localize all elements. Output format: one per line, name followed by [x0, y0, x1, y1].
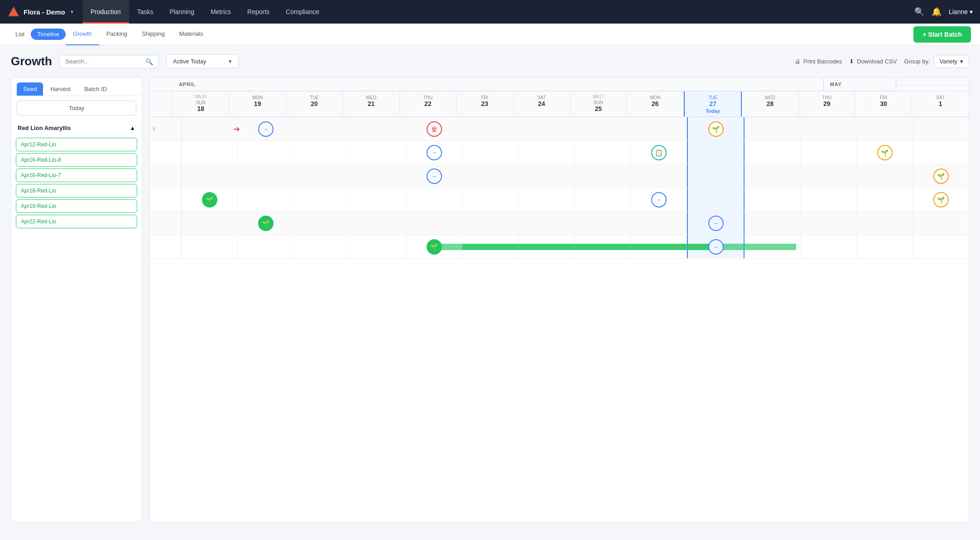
batch-item-apr16-8[interactable]: Apr16-Red-Lio-8 [16, 153, 137, 167]
tab-packing[interactable]: Packing [99, 24, 135, 45]
start-batch-button[interactable]: + Start Batch [913, 26, 971, 43]
event-delete-r1c4[interactable]: 🗑 [427, 121, 442, 137]
app-logo[interactable]: Flora - Demo ▾ [7, 5, 73, 18]
sidebar-tab-harvest[interactable]: Harvest [44, 82, 77, 96]
nav-reports[interactable]: Reports [239, 0, 278, 24]
nav-items: Production Tasks Planning Metrics Report… [82, 0, 914, 24]
cal-cell-r5c1: 🌱 [238, 212, 294, 235]
event-plant-orange-r4c13[interactable]: 🌱 [933, 192, 949, 207]
event-arrow-blue-r4c8[interactable]: → [651, 192, 667, 207]
event-arrow-blue-r6c9[interactable]: → [708, 239, 724, 255]
list-view-button[interactable]: List [9, 29, 31, 40]
cal-cell-r4c0: 🌱 [182, 188, 238, 211]
cal-cell-r3c2 [294, 164, 350, 188]
page-header: Growth 🔍 Active Today ▾ 🖨 Print Barcodes… [11, 54, 969, 68]
filter-dropdown[interactable]: Active Today ▾ [166, 54, 239, 68]
subnav-right: + Start Batch [913, 26, 971, 43]
search-icon: 🔍 [145, 58, 153, 65]
cal-cell-r5c10 [745, 212, 801, 235]
sidebar-tab-batch-id[interactable]: Batch ID [78, 82, 113, 96]
batch-item-apr22[interactable]: Apr22-Red-Lio [16, 215, 137, 228]
today-button[interactable]: Today [17, 101, 136, 116]
cal-cell-r6c11 [801, 235, 857, 258]
nav-compliance[interactable]: Compliance [278, 0, 327, 24]
group-name: Red Lion Amaryllis [18, 125, 71, 131]
cal-cell-r1c10 [745, 117, 801, 140]
cal-cell-r6c1 [238, 235, 294, 258]
search-icon-button[interactable]: 🔍 [914, 7, 924, 17]
event-plant-orange-r3c13[interactable]: 🌱 [933, 169, 949, 184]
event-arrow-blue-r2c4[interactable]: → [427, 145, 442, 160]
cal-cell-r3c13: 🌱 [913, 164, 969, 188]
search-box[interactable]: 🔍 [59, 55, 159, 68]
nav-right: 🔍 🔔 Lianne ▾ [914, 7, 973, 17]
cal-cell-r4c12 [857, 188, 913, 211]
cal-cell-r2c6 [519, 141, 575, 164]
barcode-icon: 🖨 [795, 58, 801, 65]
search-input[interactable] [65, 58, 142, 65]
month-april-label: APRIL [173, 78, 823, 91]
event-arrow-blue-r3c4[interactable]: → [427, 169, 442, 184]
nav-metrics[interactable]: Metrics [202, 0, 239, 24]
event-plant-green-r5c1[interactable]: 🌱 [258, 216, 274, 231]
cal-cell-r5c3 [350, 212, 406, 235]
cal-cell-r1c8 [631, 117, 687, 140]
batch-item-apr18[interactable]: Apr18-Red-Lio [16, 184, 137, 198]
page-content: Growth 🔍 Active Today ▾ 🖨 Print Barcodes… [0, 45, 980, 540]
sidebar-tab-seed[interactable]: Seed [17, 82, 43, 96]
event-plant-orange-r1c9[interactable]: 🌱 [708, 121, 724, 137]
tab-materials[interactable]: Materials [172, 24, 211, 45]
cal-cell-r4c7 [575, 188, 631, 211]
nav-production[interactable]: Production [82, 0, 129, 24]
event-plant-green-r4c0[interactable]: 🌱 [202, 192, 217, 207]
tab-growth[interactable]: Growth [66, 24, 99, 45]
chevron-down-icon: ▾ [229, 58, 232, 65]
cal-cell-r2c3 [350, 141, 406, 164]
group-by-container: Group by: Variety ▾ [904, 55, 969, 68]
group-by-dropdown[interactable]: Variety ▾ [934, 55, 970, 68]
cal-cell-r3c3 [350, 164, 406, 188]
cal-cell-r1c7 [575, 117, 631, 140]
left-sidebar: Seed Harvest Batch ID Today Red Lion Ama… [11, 77, 142, 522]
sub-navigation: List Timeline Growth Packing Shipping Ma… [0, 24, 980, 45]
cal-cell-r4c10 [745, 188, 801, 211]
event-arrow-blue-r1c1[interactable]: → [258, 121, 274, 137]
nav-planning[interactable]: Planning [161, 0, 202, 24]
cal-cell-r4c1 [238, 188, 294, 211]
cal-cell-r2c7 [575, 141, 631, 164]
cal-cell-r1c2 [294, 117, 350, 140]
event-arrow-blue-r5c9[interactable]: → [708, 216, 724, 231]
user-name: Lianne [949, 8, 968, 15]
event-plant-green-r6c4[interactable]: 🌱 [427, 239, 442, 255]
event-clipboard-teal-r2c8[interactable]: 📋 [651, 145, 667, 160]
group-collapse-icon: ▲ [130, 125, 135, 131]
batch-item-apr12[interactable]: Apr12-Red-Lio [16, 138, 137, 151]
group-header-red-lion[interactable]: Red Lion Amaryllis ▲ [11, 120, 142, 136]
print-barcodes-button[interactable]: 🖨 Print Barcodes [795, 58, 842, 65]
tab-shipping[interactable]: Shipping [135, 24, 172, 45]
cal-cell-r4c13: 🌱 [913, 188, 969, 211]
timeline-view-button[interactable]: Timeline [31, 29, 66, 40]
nav-tasks[interactable]: Tasks [129, 0, 162, 24]
cal-cell-r2c5 [462, 141, 519, 164]
app-name: Flora - Demo [24, 8, 65, 16]
notifications-icon-button[interactable]: 🔔 [932, 7, 942, 17]
cal-row-5: 🌱 → [150, 212, 969, 235]
cal-cell-r4c5 [462, 188, 519, 211]
cal-cell-r5c7 [575, 212, 631, 235]
cal-cell-r6c4-progressbar: 🌱 [406, 235, 462, 258]
cal-cell-r5c13 [913, 212, 969, 235]
batch-item-apr16-7[interactable]: Apr16-Red-Lio-7 [16, 169, 137, 182]
cal-cell-r3c10 [745, 164, 801, 188]
arrow-indicator: ➔ [233, 124, 240, 134]
cal-cell-r1c5 [462, 117, 519, 140]
event-plant-orange-r2c12[interactable]: 🌱 [877, 145, 893, 160]
cal-cell-r6c2 [294, 235, 350, 258]
batch-item-apr19[interactable]: Apr19-Red-Lio [16, 199, 137, 213]
cal-cell-r4c6 [519, 188, 575, 211]
user-menu[interactable]: Lianne ▾ [949, 8, 973, 15]
cal-cell-r6c13 [913, 235, 969, 258]
calendar-area: APRIL MAY Wk16 Sun 18 [149, 77, 969, 522]
main-layout: Seed Harvest Batch ID Today Red Lion Ama… [11, 77, 969, 522]
download-csv-button[interactable]: ⬇ Download CSV [849, 58, 897, 65]
